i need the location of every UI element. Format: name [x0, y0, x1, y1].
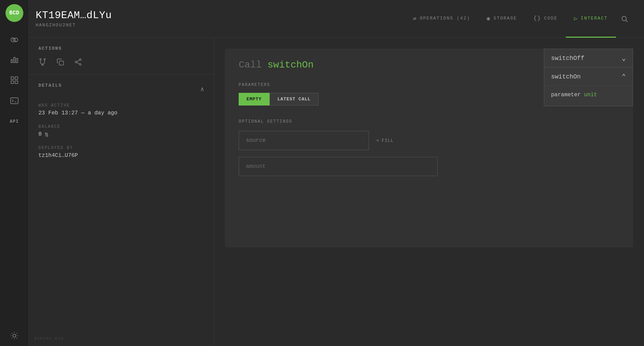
search-button[interactable] [616, 0, 633, 37]
fork-button[interactable] [38, 58, 47, 66]
param-label: parameter [551, 92, 581, 98]
method-dropdown: switchOff switchOn parameter unit [544, 49, 633, 106]
svg-rect-9 [11, 98, 18, 103]
svg-point-28 [75, 61, 77, 63]
sidebar-item-api[interactable]: API [0, 111, 29, 132]
interact-nav[interactable]: ▷ INTERACT [566, 0, 616, 38]
fill-label: FILL [382, 138, 394, 143]
empty-button[interactable]: EMPTY [239, 93, 270, 106]
dropdown-menu: switchOn parameter unit [544, 67, 633, 106]
code-nav[interactable]: {} CODE [525, 0, 566, 38]
svg-line-30 [77, 60, 79, 62]
svg-line-15 [12, 333, 12, 334]
dropdown-selected-label: switchOff [551, 55, 584, 62]
balance-value: 0 ꜩ [38, 131, 204, 137]
svg-rect-5 [11, 77, 14, 79]
svg-line-1 [15, 40, 16, 41]
svg-point-27 [80, 59, 81, 61]
dropdown-selected[interactable]: switchOff [544, 49, 633, 67]
svg-point-10 [13, 334, 16, 337]
svg-point-19 [622, 16, 627, 21]
sidebar: BCD API [0, 0, 29, 346]
details-section: DETAILS ∧ WAS ACTIVE 23 Feb 13:27 — a da… [29, 75, 214, 175]
chevron-up-icon [622, 72, 626, 81]
amount-row [239, 157, 619, 176]
storage-nav[interactable]: ◉ STORAGE [478, 0, 525, 38]
was-active-value: 23 Feb 13:27 — a day ago [38, 110, 204, 116]
svg-point-29 [80, 64, 81, 65]
storage-icon: ◉ [487, 15, 491, 22]
contract-name: KT19EAM…dLYu [36, 10, 193, 21]
dropdown-param: parameter unit [544, 86, 633, 106]
svg-point-21 [40, 59, 41, 60]
details-label: DETAILS [38, 83, 62, 88]
svg-line-31 [77, 62, 79, 64]
svg-rect-7 [11, 81, 14, 84]
deployed-by-label: DEPLOYED BY [38, 146, 204, 150]
dropdown-item-label: switchOn [551, 73, 581, 80]
svg-line-16 [16, 338, 17, 338]
share-button[interactable] [74, 58, 82, 66]
copy-button[interactable] [56, 58, 64, 66]
call-prefix: Call [239, 60, 262, 70]
contract-subtitle: HANGZHOU2NET [36, 23, 193, 28]
source-row: ⊣ FILL [239, 131, 619, 150]
actions-section: ACTIONS [29, 38, 214, 75]
balance-item: BALANCE 0 ꜩ [38, 124, 204, 137]
svg-rect-6 [15, 77, 18, 79]
avatar[interactable]: BCD [5, 4, 23, 22]
actions-label: ACTIONS [38, 46, 204, 51]
fill-button[interactable]: ⊣ FILL [376, 138, 394, 143]
param-type: unit [584, 92, 597, 98]
svg-line-20 [626, 20, 628, 22]
left-panel: ACTIONS [29, 38, 214, 346]
method-name: switchOn [267, 60, 313, 70]
balance-label: BALANCE [38, 124, 204, 129]
deployed-by-item: DEPLOYED BY tz1h4Ci…U76P [38, 146, 204, 159]
svg-line-18 [16, 333, 17, 334]
sidebar-item-chart[interactable] [0, 49, 29, 70]
deployed-by-value: tz1h4Ci…U76P [38, 152, 204, 159]
details-header: DETAILS ∧ [38, 83, 204, 95]
was-active-item: WAS ACTIVE 23 Feb 13:27 — a day ago [38, 103, 204, 116]
topbar: KT19EAM…dLYu HANGZHOU2NET ⇄ OPERATIONS (… [29, 0, 644, 38]
branding: BAKING BAD [34, 336, 64, 341]
chevron-down-icon [622, 54, 626, 62]
sidebar-item-terminal[interactable] [0, 90, 29, 111]
operations-nav[interactable]: ⇄ OPERATIONS (42) [405, 0, 479, 38]
svg-point-22 [44, 59, 45, 60]
svg-line-17 [12, 338, 12, 338]
fill-arrow-icon: ⊣ [376, 138, 379, 143]
optional-settings-label: OPTIONAL SETTINGS [239, 119, 619, 124]
was-active-label: WAS ACTIVE [38, 103, 204, 108]
source-input[interactable] [239, 131, 369, 150]
right-panel: switchOff switchOn parameter unit [214, 38, 644, 346]
dropdown-menu-item[interactable]: switchOn [544, 67, 633, 86]
content-area: ACTIONS [29, 38, 644, 346]
main-content: KT19EAM…dLYu HANGZHOU2NET ⇄ OPERATIONS (… [29, 0, 644, 346]
sidebar-item-cloud-search[interactable] [0, 29, 29, 49]
topbar-nav: ⇄ OPERATIONS (42) ◉ STORAGE {} CODE ▷ IN… [193, 0, 633, 37]
details-toggle[interactable]: ∧ [200, 85, 204, 93]
sidebar-item-grid[interactable] [0, 70, 29, 90]
svg-rect-4 [16, 59, 17, 63]
code-icon: {} [534, 15, 541, 22]
operations-icon: ⇄ [413, 15, 417, 22]
latest-call-button[interactable]: LATEST CALL [270, 93, 319, 106]
action-icons-row [38, 58, 204, 66]
tez-symbol: ꜩ [45, 132, 48, 137]
interact-icon: ▷ [574, 15, 578, 22]
svg-rect-3 [13, 58, 15, 63]
svg-rect-26 [59, 61, 63, 65]
svg-rect-2 [11, 60, 12, 63]
contract-title-area: KT19EAM…dLYu HANGZHOU2NET [36, 10, 193, 28]
amount-input[interactable] [239, 157, 438, 176]
sidebar-item-sun[interactable] [0, 325, 29, 346]
svg-rect-8 [15, 81, 18, 84]
